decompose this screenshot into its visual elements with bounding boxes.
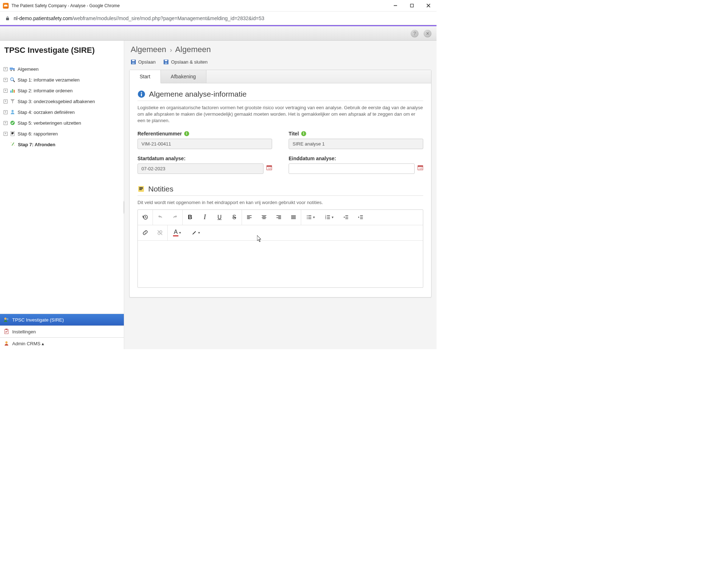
sidebar-resize-handle[interactable]: [123, 201, 125, 213]
svg-point-66: [307, 218, 308, 219]
save-button[interactable]: Opslaan: [131, 59, 155, 65]
editor-bold-button[interactable]: B: [183, 210, 197, 225]
editor-redo-button[interactable]: [168, 210, 182, 225]
expand-icon[interactable]: +: [4, 132, 8, 136]
sidebar-bottom: TPSC Investigate (SIRE) Instellingen Adm…: [0, 314, 124, 349]
sidebar-strip-investigate[interactable]: TPSC Investigate (SIRE): [0, 314, 124, 325]
ref-input[interactable]: [137, 139, 272, 149]
editor-align-justify-button[interactable]: [286, 210, 301, 225]
svg-marker-79: [344, 217, 345, 218]
editor-link-button[interactable]: [138, 225, 153, 240]
save-icon: [131, 59, 136, 65]
editor-align-center-button[interactable]: [257, 210, 271, 225]
notes-icon: [137, 185, 145, 193]
sidebar-item-stap2[interactable]: + Stap 2: informatie ordenen: [1, 85, 124, 96]
editor-highlight-button[interactable]: ▾: [186, 225, 205, 240]
sidebar-item-stap5[interactable]: + Stap 5: verbeteringen uitzetten: [1, 117, 124, 128]
editor-text-color-button[interactable]: A▾: [168, 225, 186, 240]
admin-user-icon: [4, 341, 9, 346]
svg-text:12: 12: [419, 167, 422, 170]
expand-icon[interactable]: +: [4, 100, 8, 103]
section2-desc: Dit veld wordt niet opgenomen in het ein…: [137, 199, 423, 206]
main-panel: Algemeen › Algemeen Opslaan Opslaan & sl…: [124, 41, 437, 349]
expand-icon[interactable]: +: [4, 67, 8, 71]
sidebar-strip-instellingen[interactable]: Instellingen: [0, 325, 124, 337]
editor-underline-button[interactable]: U: [212, 210, 227, 225]
enddate-input[interactable]: [289, 163, 415, 174]
window-maximize-button[interactable]: [403, 0, 420, 11]
tooltip-icon[interactable]: i: [184, 131, 189, 136]
sidebar-item-algemeen[interactable]: + Algemeen: [1, 64, 124, 74]
editor-outdent-button[interactable]: [339, 210, 353, 225]
svg-point-64: [307, 215, 308, 216]
svg-rect-41: [418, 166, 423, 167]
window-title: The Patient Safety Company - Analyse - G…: [11, 3, 120, 8]
save-close-label: Opslaan & sluiten: [171, 59, 207, 65]
sidebar-title: TPSC Investigate (SIRE): [0, 41, 124, 64]
expand-icon[interactable]: +: [4, 78, 8, 82]
svg-rect-5: [13, 68, 15, 70]
svg-point-7: [13, 70, 14, 71]
sidebar-item-stap6[interactable]: + Stap 6: rapporteren: [1, 128, 124, 139]
report-icon: [10, 131, 15, 137]
help-button[interactable]: ?: [411, 29, 419, 37]
sidebar-item-stap7[interactable]: Stap 7: Afronden: [1, 139, 124, 150]
sidebar-item-stap4[interactable]: + Stap 4: oorzaken definiëren: [1, 107, 124, 117]
expand-icon[interactable]: +: [4, 89, 8, 93]
magnifier-icon: [10, 77, 15, 83]
svg-point-35: [141, 92, 142, 93]
svg-point-8: [11, 78, 14, 81]
svg-rect-38: [267, 166, 272, 167]
tab-afbakening[interactable]: Afbakening: [161, 70, 206, 83]
svg-rect-32: [165, 60, 168, 61]
startdate-input[interactable]: [137, 163, 263, 174]
editor-align-right-button[interactable]: [271, 210, 286, 225]
expand-icon[interactable]: +: [4, 110, 8, 114]
window-close-button[interactable]: [420, 0, 437, 11]
svg-point-23: [4, 318, 6, 320]
sidebar-strip-admin[interactable]: Admin CRMS ▴: [0, 337, 124, 349]
tab-start[interactable]: Start: [130, 70, 161, 83]
editor-ol-button[interactable]: 123▾: [320, 210, 339, 225]
editor-history-button[interactable]: [138, 210, 153, 225]
sidebar-item-stap1[interactable]: + Stap 1: informatie verzamelen: [1, 74, 124, 85]
svg-rect-36: [141, 93, 142, 96]
tooltip-icon[interactable]: i: [301, 131, 306, 136]
svg-line-9: [13, 80, 15, 82]
editor-align-left-button[interactable]: line{stroke:#333;stroke-width:2}: [242, 210, 257, 225]
editor-ul-button[interactable]: ▾: [301, 210, 320, 225]
calendar-icon[interactable]: 12: [417, 165, 423, 170]
divider: [137, 195, 423, 196]
sidebar-tree: + Algemeen + Stap 1: informatie verzamel…: [0, 64, 124, 150]
editor-strike-button[interactable]: S: [227, 210, 242, 225]
svg-point-65: [307, 217, 308, 218]
app-icon: [3, 3, 9, 9]
svg-rect-1: [410, 4, 413, 7]
calendar-icon[interactable]: 12: [266, 165, 272, 170]
sidebar-item-stap3[interactable]: + Stap 3: onderzoeksgebied afbakenen: [1, 96, 124, 107]
breadcrumb: Algemeen › Algemeen: [131, 45, 430, 54]
close-button[interactable]: ×: [424, 29, 431, 37]
toolbar: Opslaan Opslaan & sluiten: [124, 56, 437, 70]
truck-icon: [10, 66, 15, 72]
editor-unlink-button[interactable]: [153, 225, 167, 240]
editor-italic-button[interactable]: I: [197, 210, 212, 225]
svg-text:12: 12: [268, 167, 271, 170]
expand-icon[interactable]: +: [4, 121, 8, 125]
url-text[interactable]: nl-demo.patientsafety.com/webframe/modul…: [14, 15, 264, 21]
save-close-button[interactable]: Opslaan & sluiten: [163, 59, 207, 65]
title-label: Titel i: [289, 131, 423, 137]
editor-undo-button[interactable]: [153, 210, 168, 225]
title-input[interactable]: [289, 139, 423, 149]
svg-rect-4: [10, 68, 13, 70]
save-icon: [163, 59, 169, 65]
sidebar-item-label: Stap 7: Afronden: [18, 142, 55, 147]
breadcrumb-a: Algemeen: [131, 45, 166, 54]
editor-textarea[interactable]: [138, 241, 423, 287]
window-minimize-button[interactable]: [387, 0, 403, 11]
startdate-label: Startdatum analyse:: [137, 156, 272, 161]
svg-rect-26: [5, 329, 8, 330]
funnel-icon: [10, 98, 15, 104]
editor-indent-button[interactable]: [353, 210, 368, 225]
browser-addressbar: nl-demo.patientsafety.com/webframe/modul…: [0, 11, 437, 25]
